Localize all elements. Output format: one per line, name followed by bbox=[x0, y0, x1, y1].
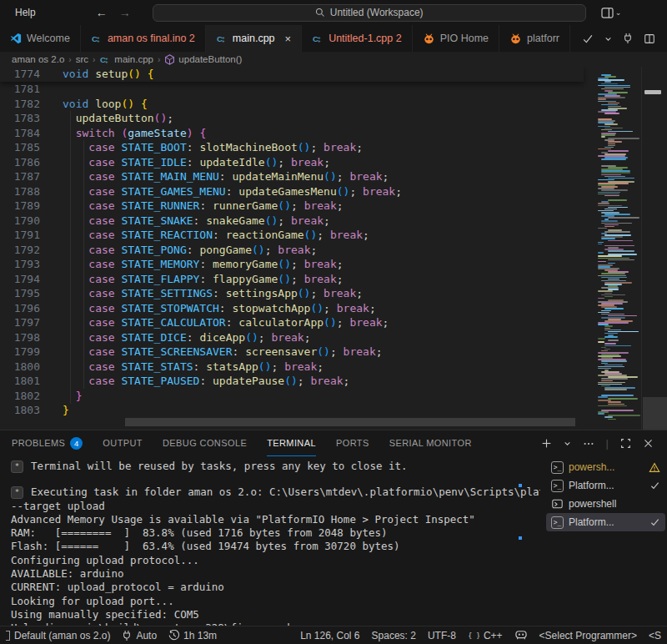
code-line: 1793 case STATE_MEMORY: memoryGame(); br… bbox=[0, 257, 402, 272]
minimap-line bbox=[604, 231, 630, 233]
code-line: 1774void setup() { bbox=[0, 67, 154, 82]
code-line: 1803} bbox=[0, 403, 402, 418]
minimap-line bbox=[601, 363, 608, 365]
close-icon[interactable] bbox=[643, 438, 654, 449]
minimap-line bbox=[604, 293, 612, 294]
panel-tab-problems[interactable]: PROBLEMS4 bbox=[12, 430, 83, 456]
task-decoration-icon[interactable]: * bbox=[11, 460, 23, 473]
tab-platforr[interactable]: platforr bbox=[499, 25, 570, 52]
minimap-line bbox=[601, 136, 605, 138]
horizontal-scrollbar[interactable] bbox=[125, 418, 575, 426]
status-item-label: Ln 126, Col 6 bbox=[300, 630, 359, 641]
tab-untitled-1-cpp[interactable]: C++Untitled-1.cpp 2 bbox=[302, 25, 413, 52]
panel-tab-serial-monitor[interactable]: SERIAL MONITOR bbox=[389, 430, 472, 456]
status-item-cursor-position[interactable]: Ln 126, Col 6 bbox=[294, 626, 365, 644]
tab-welcome[interactable]: Welcome bbox=[0, 25, 81, 52]
code-line: 1801 case STATE_PAUSED: updatePause(); b… bbox=[0, 374, 402, 389]
status-item-clipped-item[interactable]: <S bbox=[643, 626, 667, 644]
minimap[interactable] bbox=[595, 70, 640, 424]
status-item-auto-port[interactable]: Auto bbox=[116, 626, 163, 644]
add-icon[interactable] bbox=[541, 438, 552, 449]
menu-help[interactable]: Help bbox=[7, 3, 44, 22]
breadcrumb-item[interactable]: src bbox=[76, 54, 88, 64]
panel-tab-output[interactable]: OUTPUT bbox=[103, 430, 143, 456]
minimap-line bbox=[604, 81, 611, 83]
terminal-text: Using manually specified: COM5 bbox=[11, 608, 199, 621]
code-text: void setup() { bbox=[40, 67, 154, 82]
terminal-output[interactable]: *Terminal will be reused by tasks, press… bbox=[0, 456, 540, 626]
task-decoration-icon[interactable]: * bbox=[11, 486, 23, 499]
check-icon[interactable] bbox=[582, 33, 594, 44]
tab-pio-home[interactable]: PIO Home bbox=[413, 25, 499, 52]
code-line: 1787 case STATE_MAIN_MENU: updateMainMen… bbox=[0, 169, 402, 184]
check-small-icon bbox=[649, 517, 660, 527]
more-icon[interactable] bbox=[583, 438, 594, 450]
terminal-text: RAM: [======== ] 83.8% (used 1716 bytes … bbox=[11, 526, 388, 540]
tab-main-cpp[interactable]: C++main.cpp× bbox=[206, 25, 302, 52]
minimap-line bbox=[598, 79, 624, 81]
line-number: 1793 bbox=[0, 257, 40, 272]
tab-aman-os-final-ino[interactable]: C++aman os final.ino 2 bbox=[81, 25, 206, 52]
code-line: 1792 case STATE_PONG: pongGame(); break; bbox=[0, 243, 402, 258]
minimap-line bbox=[601, 220, 618, 222]
minimap-line bbox=[604, 123, 618, 125]
layout-icon[interactable] bbox=[601, 8, 614, 18]
minimap-line bbox=[608, 240, 633, 242]
status-item-encoding[interactable]: UTF-8 bbox=[422, 626, 462, 644]
history-icon bbox=[168, 630, 179, 641]
minimap-line bbox=[598, 255, 622, 257]
code-editor[interactable]: 1774void setup() { 17811782void loop() {… bbox=[0, 67, 667, 430]
breadcrumb-item[interactable]: updateButton() bbox=[164, 54, 242, 65]
vertical-scrollbar-thumb[interactable] bbox=[643, 397, 667, 430]
minimap-line bbox=[604, 389, 627, 390]
minimap-line bbox=[608, 340, 619, 341]
line-number: 1784 bbox=[0, 126, 40, 141]
chevron-down-icon[interactable] bbox=[564, 440, 571, 447]
code-text: case STATE_CALCULATOR: calculatorApp(); … bbox=[40, 315, 389, 330]
cpp-icon: C++ bbox=[312, 33, 323, 44]
terminal-list-item[interactable]: >_Platform... bbox=[546, 476, 665, 495]
forward-icon[interactable]: → bbox=[119, 6, 131, 19]
minimap-line bbox=[601, 223, 632, 224]
line-number: 1790 bbox=[0, 214, 40, 229]
terminal-list-item[interactable]: >_powersh... bbox=[546, 458, 665, 476]
chevron-down-icon[interactable] bbox=[604, 35, 612, 43]
line-number: 1798 bbox=[0, 330, 40, 345]
split-editor-icon[interactable] bbox=[644, 33, 655, 44]
close-icon[interactable]: × bbox=[285, 33, 292, 45]
back-icon[interactable]: ← bbox=[96, 6, 108, 19]
check-small-icon bbox=[649, 480, 660, 491]
status-item-language-mode[interactable]: { }C++ bbox=[462, 626, 509, 644]
status-item-copilot[interactable] bbox=[509, 626, 534, 644]
status-bar-right: Ln 126, Col 6Spaces: 2UTF-8{ }C++<Select… bbox=[294, 626, 667, 644]
overview-ruler[interactable] bbox=[641, 67, 667, 430]
code-text: case STATE_PAUSED: updatePause(); break; bbox=[40, 374, 349, 389]
status-item-session-time[interactable]: 1h 13m bbox=[163, 626, 223, 644]
chevron-down-icon[interactable]: ⌄ bbox=[615, 8, 622, 17]
sticky-scroll-line[interactable]: 1774void setup() { bbox=[0, 67, 584, 82]
status-item-pio-env[interactable]: Default (aman os 2.o) bbox=[0, 626, 116, 644]
code-text: case STATE_REACTION: reactionGame(); bre… bbox=[40, 228, 369, 243]
breadcrumb-item[interactable]: C++main.cpp bbox=[99, 53, 153, 65]
terminal-row: CURRENT: upload_protocol = arduino bbox=[11, 581, 540, 594]
line-number: 1801 bbox=[0, 374, 40, 389]
command-center[interactable]: Untitled (Workspace) bbox=[153, 4, 586, 22]
terminal-list-item[interactable]: powershell bbox=[546, 495, 665, 513]
maximize-icon[interactable] bbox=[620, 438, 631, 449]
panel-tab-debug-console[interactable]: DEBUG CONSOLE bbox=[163, 430, 247, 456]
panel-tab-terminal[interactable]: TERMINAL bbox=[267, 430, 316, 456]
minimap-line bbox=[604, 345, 631, 347]
minimap-line bbox=[598, 396, 608, 398]
problems-count-badge: 4 bbox=[70, 437, 83, 450]
panel-tab-label: DEBUG CONSOLE bbox=[163, 438, 247, 448]
status-item-indentation[interactable]: Spaces: 2 bbox=[366, 626, 422, 644]
pio-icon bbox=[509, 33, 522, 44]
status-item-select-programmer[interactable]: <Select Programmer> bbox=[534, 626, 643, 644]
panel-tab-ports[interactable]: PORTS bbox=[336, 430, 369, 456]
breadcrumb-item[interactable]: aman os 2.o bbox=[12, 54, 64, 64]
braces-icon: { } bbox=[468, 631, 479, 641]
terminal-text: Terminal will be reused by tasks, press … bbox=[31, 460, 408, 473]
plug-icon[interactable] bbox=[623, 33, 633, 44]
minimap-line bbox=[608, 141, 622, 143]
terminal-list-item[interactable]: >_Platform... bbox=[546, 513, 665, 531]
